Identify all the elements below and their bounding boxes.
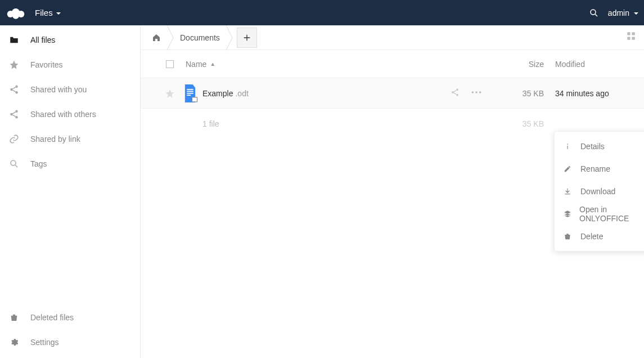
- ctx-label: Details: [580, 142, 605, 151]
- sidebar-item-all-files[interactable]: All files: [0, 28, 140, 52]
- svg-point-4: [591, 10, 596, 15]
- info-icon: [564, 142, 573, 150]
- sidebar-item-deleted-files[interactable]: Deleted files: [0, 305, 140, 330]
- svg-rect-19: [187, 91, 193, 92]
- column-header-name[interactable]: Name ▲: [182, 60, 488, 69]
- svg-rect-17: [632, 37, 635, 40]
- ctx-details[interactable]: Details: [555, 135, 644, 158]
- sidebar-item-tags[interactable]: Tags: [0, 151, 140, 176]
- breadcrumb-separator-icon: [226, 25, 233, 50]
- summary-count: 1 file: [202, 119, 456, 128]
- file-list-header: Name ▲ Size Modified: [141, 50, 644, 78]
- file-name[interactable]: Example.odt: [202, 89, 451, 98]
- breadcrumb-separator-icon: [166, 25, 174, 50]
- sidebar-item-label: Shared by link: [30, 135, 80, 144]
- sidebar: All files Favorites Shared with you Shar…: [0, 25, 141, 358]
- link-icon: [9, 134, 19, 144]
- column-header-size[interactable]: Size: [488, 60, 555, 69]
- file-size: 35 KB: [488, 89, 555, 98]
- svg-rect-21: [187, 95, 191, 96]
- svg-point-7: [10, 88, 13, 91]
- sort-asc-icon: ▲: [210, 61, 215, 67]
- svg-point-9: [15, 110, 18, 113]
- grid-icon: [626, 31, 636, 41]
- svg-rect-20: [187, 92, 193, 93]
- column-label: Name: [186, 60, 206, 69]
- svg-point-3: [12, 12, 19, 19]
- sidebar-item-shared-with-you[interactable]: Shared with you: [0, 77, 140, 102]
- ctx-label: Open in ONLYOFFICE: [579, 205, 644, 223]
- download-icon: [564, 187, 573, 195]
- column-label: Size: [529, 60, 544, 69]
- sidebar-item-label: Favorites: [30, 60, 63, 69]
- breadcrumb-bar: Documents: [141, 25, 644, 50]
- app-switch-label: Files: [35, 8, 53, 17]
- folder-icon: [9, 35, 19, 45]
- trash-icon: [9, 313, 19, 322]
- favorite-toggle[interactable]: [157, 88, 182, 99]
- ctx-download[interactable]: Download: [555, 180, 644, 203]
- breadcrumb-home[interactable]: [146, 25, 166, 50]
- trash-icon: [564, 232, 573, 240]
- star-icon: [9, 60, 19, 70]
- svg-point-12: [11, 160, 16, 165]
- column-header-modified[interactable]: Modified: [555, 60, 634, 69]
- chevron-down-icon: [56, 12, 61, 15]
- svg-point-10: [10, 113, 13, 116]
- app-header: Files admin: [0, 0, 644, 25]
- svg-line-13: [15, 165, 17, 167]
- app-switch-files[interactable]: Files: [35, 8, 61, 17]
- user-label: admin: [608, 8, 629, 17]
- breadcrumb-label: Documents: [180, 33, 220, 42]
- file-type-icon: [182, 84, 202, 102]
- column-label: Modified: [555, 60, 585, 69]
- svg-point-27: [475, 91, 478, 93]
- file-name-ext: .odt: [235, 89, 248, 98]
- search-icon[interactable]: [589, 8, 599, 18]
- app-logo[interactable]: [4, 6, 27, 20]
- user-menu[interactable]: admin: [608, 8, 638, 17]
- svg-point-25: [456, 94, 458, 96]
- svg-point-26: [472, 91, 474, 93]
- svg-rect-15: [632, 32, 635, 35]
- layers-icon: [564, 210, 571, 218]
- home-icon: [152, 33, 161, 42]
- share-in-icon: [9, 84, 19, 95]
- svg-rect-18: [187, 89, 193, 90]
- more-actions-button[interactable]: [471, 88, 482, 99]
- ctx-label: Delete: [580, 232, 603, 241]
- share-icon[interactable]: [451, 88, 460, 99]
- new-button[interactable]: [237, 28, 257, 48]
- svg-rect-14: [627, 32, 630, 35]
- sidebar-item-label: Tags: [30, 159, 47, 168]
- ellipsis-icon: [471, 88, 482, 97]
- ctx-label: Rename: [580, 164, 610, 173]
- file-context-menu: Details Rename Download Open in ONLYOFFI…: [554, 131, 644, 252]
- svg-point-28: [479, 91, 481, 93]
- select-all-checkbox[interactable]: [166, 60, 174, 68]
- breadcrumb-current[interactable]: Documents: [174, 25, 226, 50]
- sidebar-item-shared-with-others[interactable]: Shared with others: [0, 102, 140, 127]
- sidebar-item-favorites[interactable]: Favorites: [0, 52, 140, 77]
- ctx-open-onlyoffice[interactable]: Open in ONLYOFFICE: [555, 203, 644, 225]
- view-toggle-grid[interactable]: [626, 31, 636, 43]
- star-icon: [165, 88, 175, 99]
- file-modified: 34 minutes ago: [555, 89, 634, 98]
- ctx-rename[interactable]: Rename: [555, 158, 644, 180]
- pencil-icon: [564, 165, 573, 173]
- ctx-label: Download: [580, 187, 615, 196]
- svg-rect-16: [627, 37, 630, 40]
- svg-line-5: [595, 14, 597, 16]
- summary-size: 35 KB: [488, 119, 555, 128]
- sidebar-item-shared-by-link[interactable]: Shared by link: [0, 127, 140, 151]
- sidebar-item-settings[interactable]: Settings: [0, 330, 140, 355]
- gear-icon: [9, 338, 19, 347]
- file-row[interactable]: Example.odt 35 KB 34 minutes ago: [141, 78, 644, 109]
- file-name-base: Example: [202, 89, 233, 98]
- sidebar-item-label: Settings: [30, 338, 59, 347]
- share-out-icon: [9, 109, 19, 119]
- plus-icon: [242, 33, 251, 42]
- ctx-delete[interactable]: Delete: [555, 225, 644, 248]
- sidebar-item-label: Shared with others: [30, 110, 96, 119]
- svg-rect-22: [192, 97, 197, 101]
